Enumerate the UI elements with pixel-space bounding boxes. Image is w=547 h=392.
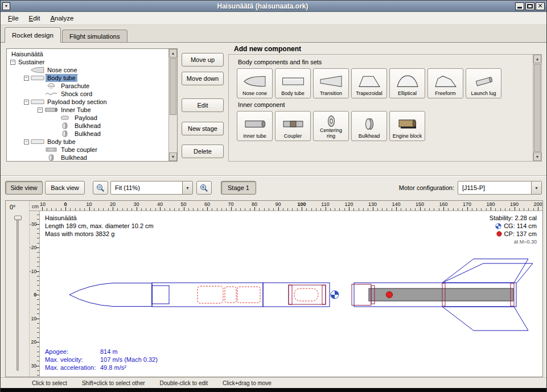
bulkhead-shape[interactable]: [289, 285, 292, 304]
slider-handle[interactable]: [14, 216, 22, 220]
bulkhead-shape[interactable]: [322, 285, 326, 304]
design-panel: Haisunäätä−SustainerNose cone−Body tubeP…: [1, 43, 546, 176]
tree-item-parachute[interactable]: Parachute: [7, 82, 168, 90]
tab-flight-simulations[interactable]: Flight simulations: [62, 30, 128, 43]
cg-icon: [495, 223, 501, 229]
tree-item-bulkhead[interactable]: Bulkhead: [7, 130, 168, 138]
side-view-button[interactable]: Side view: [5, 181, 43, 195]
shock-cord-shape[interactable]: [225, 287, 236, 303]
collapse-icon[interactable]: −: [24, 76, 29, 81]
payload-shape[interactable]: [294, 288, 318, 301]
apogee-label: Apogee:: [45, 348, 100, 356]
tree-scrollbar[interactable]: ▲ ▼: [168, 49, 177, 161]
tree-item-label: Parachute: [60, 82, 91, 89]
bottom-fin-shape[interactable]: [442, 307, 528, 331]
maximize-icon[interactable]: [525, 2, 534, 10]
zoom-out-button[interactable]: [93, 181, 108, 195]
collapse-icon[interactable]: −: [38, 108, 43, 113]
tab-rocket-design[interactable]: Rocket design: [5, 27, 61, 43]
tree-item-inner-tube[interactable]: −Inner Tube: [7, 106, 168, 114]
rotation-value: 0°: [10, 204, 16, 211]
move-down-button[interactable]: Move down: [182, 72, 224, 85]
tree-item-payload[interactable]: Payload: [7, 114, 168, 122]
add-bulkhead-button[interactable]: Bulkhead: [351, 111, 387, 141]
max-velocity-label: Max. velocity:: [45, 356, 100, 364]
add-engine-block-button[interactable]: Engine block: [389, 111, 425, 141]
close-icon[interactable]: ✕: [536, 2, 545, 10]
scrollbar-thumb[interactable]: [170, 58, 176, 115]
body-tube-icon: [282, 71, 305, 91]
add-component-palette: Add new component Body components and fi…: [228, 45, 542, 162]
add-coupler-button[interactable]: Coupler: [275, 111, 311, 141]
new-stage-button[interactable]: New stage: [182, 122, 224, 135]
nose-cone-shape[interactable]: [69, 283, 152, 307]
component-tree: Haisunäätä−SustainerNose cone−Body tubeP…: [7, 49, 168, 161]
zoom-in-button[interactable]: [196, 181, 212, 195]
add-elliptical-button[interactable]: Elliptical: [389, 68, 425, 98]
tree-item-body-tube[interactable]: −Body tube: [7, 138, 168, 146]
tree-item-nose-cone[interactable]: Nose cone: [7, 66, 168, 74]
add-nose-cone-button[interactable]: Nose cone: [237, 68, 273, 98]
tube-coupler-shape[interactable]: [352, 284, 371, 306]
collapse-icon[interactable]: −: [10, 60, 15, 65]
tree-item-haisun-t[interactable]: Haisunäätä: [7, 50, 168, 58]
coupler-icon: [282, 114, 305, 134]
move-up-button[interactable]: Move up: [182, 53, 224, 67]
stage-1-toggle[interactable]: Stage 1: [221, 181, 256, 195]
add-trapezoidal-button[interactable]: Trapezoidal: [351, 68, 387, 98]
palette-scrollbar[interactable]: ▲ ▼: [533, 55, 541, 161]
hint-click-select: Click to select: [32, 380, 67, 386]
chevron-down-icon[interactable]: ▼: [531, 181, 541, 194]
window-menu-icon[interactable]: ▾: [2, 2, 10, 10]
shock-cord-shape[interactable]: [237, 287, 260, 303]
tree-item-label: Bulkhead: [73, 122, 102, 129]
tree-item-payload-body-section[interactable]: −Payload body section: [7, 98, 168, 106]
add-body-tube-button[interactable]: Body tube: [275, 68, 311, 98]
edit-button[interactable]: Edit: [182, 98, 224, 112]
collapse-icon[interactable]: −: [24, 100, 29, 105]
motor-configuration-select[interactable]: [J115-P] ▼: [458, 181, 542, 195]
scroll-up-icon[interactable]: ▲: [169, 49, 177, 57]
inner-tube-shape[interactable]: [289, 285, 326, 304]
minimize-icon[interactable]: [515, 2, 524, 10]
menu-edit[interactable]: Edit: [24, 13, 46, 24]
payload-icon: [58, 114, 72, 121]
rocket-name: Haisunäätä: [45, 214, 154, 222]
parachute-icon: [44, 82, 58, 89]
top-fin-shape[interactable]: [442, 259, 528, 283]
add-centering-ring-button[interactable]: Centering ring: [313, 111, 349, 141]
add-launch-lug-button[interactable]: Launch lug: [466, 68, 501, 98]
tree-item-sustainer[interactable]: −Sustainer: [7, 58, 168, 66]
payload-tube-shape[interactable]: [263, 283, 330, 307]
chevron-down-icon[interactable]: ▼: [182, 181, 192, 194]
tree-item-label: Sustainer: [17, 59, 46, 65]
bulkhead-icon: [58, 130, 72, 137]
rocket-canvas[interactable]: Haisunäätä Length 189 cm, max. diameter …: [40, 211, 542, 377]
tree-item-bulkhead[interactable]: Bulkhead: [7, 154, 168, 161]
tree-item-shock-cord[interactable]: Shock cord: [7, 90, 168, 98]
shock-cord-icon: [44, 90, 58, 97]
tree-item-label: Body tube: [46, 138, 77, 145]
menu-file[interactable]: File: [3, 13, 24, 24]
add-inner-tube-button[interactable]: Inner tube: [237, 111, 273, 141]
collapse-icon[interactable]: −: [24, 139, 29, 145]
tree-item-label: Payload: [73, 114, 98, 121]
tree-item-body-tube[interactable]: −Body tube: [7, 74, 168, 82]
tree-item-label: Bulkhead: [73, 130, 102, 137]
back-view-button[interactable]: Back view: [45, 181, 85, 195]
tree-item-bulkhead[interactable]: Bulkhead: [7, 122, 168, 130]
tree-item-tube-coupler[interactable]: Tube coupler: [7, 146, 168, 154]
parachute-shape[interactable]: [198, 286, 223, 303]
zoom-level-select[interactable]: Fit (11%) ▼: [110, 181, 193, 195]
scrollbar-thumb[interactable]: [534, 64, 541, 152]
menu-analyze[interactable]: Analyze: [45, 13, 79, 24]
scroll-up-icon[interactable]: ▲: [533, 55, 541, 63]
add-transition-button[interactable]: Transition: [313, 68, 349, 98]
add-freeform-button[interactable]: Freeform: [427, 68, 463, 98]
scroll-down-icon[interactable]: ▼: [169, 152, 177, 161]
scroll-down-icon[interactable]: ▼: [533, 152, 541, 161]
rotation-slider[interactable]: [17, 216, 19, 371]
centering-ring-icon: [320, 114, 343, 128]
cp-marker: [386, 292, 393, 298]
delete-button[interactable]: Delete: [182, 145, 224, 158]
